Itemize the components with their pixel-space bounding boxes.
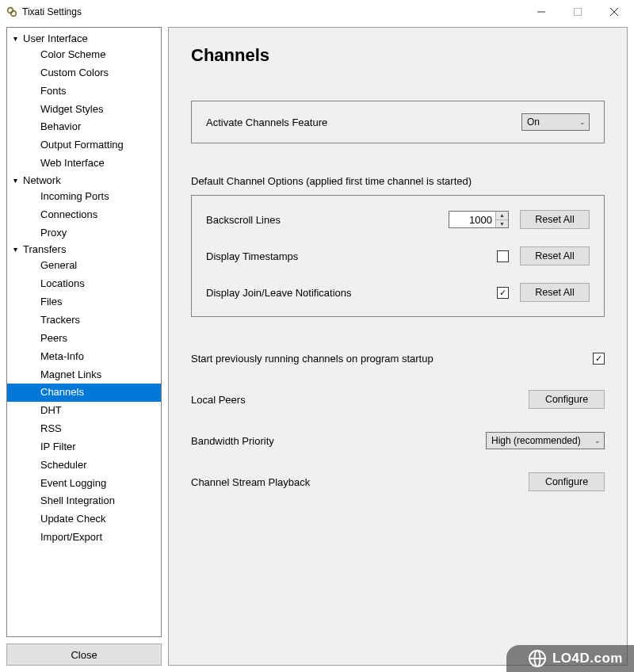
titlebar: Tixati Settings <box>0 0 634 24</box>
tree-item-connections[interactable]: Connections <box>7 206 161 224</box>
tree-group-label: Transfers <box>23 243 66 255</box>
close-button[interactable]: Close <box>6 643 162 666</box>
joinleave-label: Display Join/Leave Notifications <box>206 287 486 299</box>
tree-group-header-ui[interactable]: ▾ User Interface <box>7 31 161 46</box>
tree-item-ip-filter[interactable]: IP Filter <box>7 438 161 456</box>
tree-item-color-scheme[interactable]: Color Scheme <box>7 46 161 64</box>
app-icon <box>6 6 17 17</box>
tree-item-incoming-ports[interactable]: Incoming Ports <box>7 188 161 206</box>
tree-item-custom-colors[interactable]: Custom Colors <box>7 64 161 82</box>
bandwidth-select-value: High (recommended) <box>491 435 581 446</box>
window-title: Tixati Settings <box>22 6 82 17</box>
page-title: Channels <box>191 45 605 66</box>
tree-item-peers[interactable]: Peers <box>7 330 161 348</box>
activate-select-value: On <box>527 116 540 128</box>
activate-select[interactable]: On ⌄ <box>521 113 590 131</box>
tree-item-event-logging[interactable]: Event Logging <box>7 475 161 493</box>
close-window-button[interactable] <box>596 0 632 24</box>
tree-item-dht[interactable]: DHT <box>7 402 161 420</box>
tree-item-proxy[interactable]: Proxy <box>7 224 161 242</box>
watermark-text: LO4D.com <box>552 651 623 666</box>
reset-backscroll-button[interactable]: Reset All <box>520 210 590 229</box>
tree-item-general[interactable]: General <box>7 257 161 275</box>
tree-item-fonts[interactable]: Fonts <box>7 82 161 101</box>
default-options-heading: Default Channel Options (applied first t… <box>191 175 605 187</box>
chevron-down-icon: ⌄ <box>579 118 586 126</box>
tree-item-scheduler[interactable]: Scheduler <box>7 456 161 475</box>
settings-tree[interactable]: ▾ User Interface Color Scheme Custom Col… <box>6 27 162 637</box>
tree-group-header-network[interactable]: ▾ Network <box>7 173 161 188</box>
bandwidth-select[interactable]: High (recommended) ⌄ <box>486 432 605 449</box>
chevron-down-icon: ▾ <box>13 176 21 185</box>
startup-checkbox[interactable]: ✓ <box>593 353 605 365</box>
tree-item-files[interactable]: Files <box>7 293 161 311</box>
activate-groupbox: Activate Channels Feature On ⌄ <box>191 101 605 143</box>
watermark: LO4D.com <box>506 645 634 672</box>
spin-down-icon[interactable]: ▼ <box>496 220 508 228</box>
local-peers-label: Local Peers <box>191 394 529 406</box>
reset-joinleave-button[interactable]: Reset All <box>520 283 590 302</box>
svg-rect-3 <box>575 9 582 16</box>
tree-item-import-export[interactable]: Import/Export <box>7 529 161 547</box>
timestamps-label: Display Timestamps <box>206 250 486 262</box>
tree-item-behavior[interactable]: Behavior <box>7 118 161 136</box>
activate-label: Activate Channels Feature <box>206 116 521 128</box>
local-peers-configure-button[interactable]: Configure <box>529 390 605 409</box>
window-controls <box>523 0 632 24</box>
tree-item-rss[interactable]: RSS <box>7 420 161 438</box>
main-panel: Channels Activate Channels Feature On ⌄ … <box>168 27 628 666</box>
backscroll-spinner[interactable]: ▲ ▼ <box>449 211 509 228</box>
bandwidth-label: Bandwidth Priority <box>191 435 486 447</box>
tree-group-label: User Interface <box>23 32 88 44</box>
globe-icon <box>529 650 546 667</box>
tree-item-shell-integration[interactable]: Shell Integration <box>7 492 161 510</box>
spin-up-icon[interactable]: ▲ <box>496 212 508 220</box>
tree-group-label: Network <box>23 174 61 186</box>
svg-point-1 <box>11 11 17 17</box>
playback-label: Channel Stream Playback <box>191 476 529 488</box>
tree-item-locations[interactable]: Locations <box>7 275 161 293</box>
chevron-down-icon: ▾ <box>13 34 21 43</box>
default-options-groupbox: Backscroll Lines ▲ ▼ Reset All Display T… <box>191 195 605 317</box>
tree-item-trackers[interactable]: Trackers <box>7 311 161 330</box>
tree-item-meta-info[interactable]: Meta-Info <box>7 348 161 366</box>
playback-configure-button[interactable]: Configure <box>529 472 605 491</box>
joinleave-checkbox[interactable]: ✓ <box>497 287 509 299</box>
tree-item-output-formatting[interactable]: Output Formatting <box>7 136 161 155</box>
chevron-down-icon: ▾ <box>13 245 21 254</box>
tree-group-header-transfers[interactable]: ▾ Transfers <box>7 242 161 257</box>
tree-item-update-check[interactable]: Update Check <box>7 510 161 529</box>
backscroll-input[interactable] <box>449 212 495 227</box>
tree-item-widget-styles[interactable]: Widget Styles <box>7 101 161 119</box>
chevron-down-icon: ⌄ <box>594 437 601 445</box>
svg-point-0 <box>8 8 13 13</box>
timestamps-checkbox[interactable] <box>497 250 509 262</box>
tree-item-channels[interactable]: Channels <box>7 384 161 402</box>
tree-item-web-interface[interactable]: Web Interface <box>7 155 161 173</box>
backscroll-label: Backscroll Lines <box>206 214 437 226</box>
sidebar: ▾ User Interface Color Scheme Custom Col… <box>6 27 162 666</box>
minimize-button[interactable] <box>523 0 560 24</box>
maximize-button[interactable] <box>560 0 596 24</box>
startup-label: Start previously running channels on pro… <box>191 353 593 365</box>
reset-timestamps-button[interactable]: Reset All <box>520 246 590 265</box>
tree-item-magnet-links[interactable]: Magnet Links <box>7 366 161 384</box>
